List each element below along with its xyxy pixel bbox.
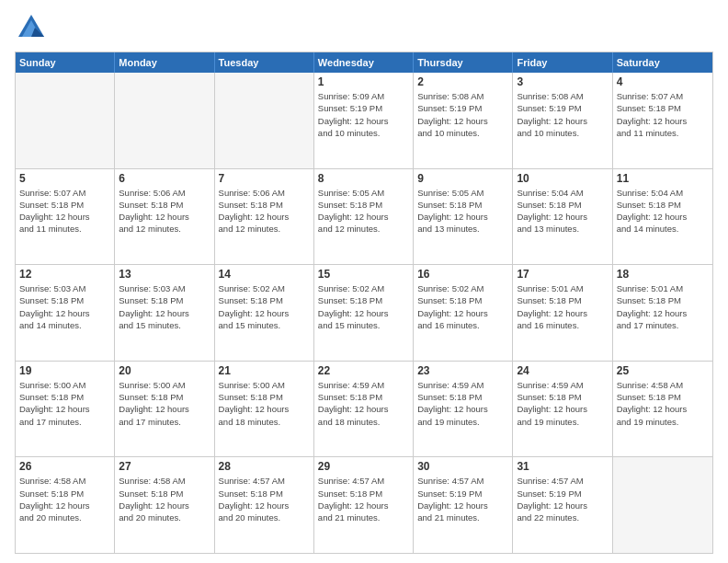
day-info: Sunrise: 4:58 AM Sunset: 5:18 PM Dayligh… (617, 379, 709, 428)
calendar-cell: 6Sunrise: 5:06 AM Sunset: 5:18 PM Daylig… (115, 169, 214, 265)
calendar-cell: 1Sunrise: 5:09 AM Sunset: 5:19 PM Daylig… (314, 73, 414, 168)
calendar-cell: 22Sunrise: 4:59 AM Sunset: 5:18 PM Dayli… (314, 362, 414, 457)
day-number: 27 (119, 460, 210, 473)
calendar-cell (16, 73, 115, 168)
day-info: Sunrise: 5:00 AM Sunset: 5:18 PM Dayligh… (19, 379, 110, 428)
calendar-cell (215, 73, 314, 168)
calendar-header-cell: Friday (513, 52, 612, 73)
day-number: 25 (617, 364, 709, 377)
calendar-cell: 26Sunrise: 4:58 AM Sunset: 5:18 PM Dayli… (16, 457, 115, 553)
day-info: Sunrise: 5:04 AM Sunset: 5:18 PM Dayligh… (617, 187, 709, 236)
day-number: 16 (417, 268, 508, 281)
calendar-cell: 12Sunrise: 5:03 AM Sunset: 5:18 PM Dayli… (16, 265, 115, 361)
calendar-cell: 30Sunrise: 4:57 AM Sunset: 5:19 PM Dayli… (414, 457, 513, 553)
day-info: Sunrise: 4:57 AM Sunset: 5:18 PM Dayligh… (318, 475, 409, 523)
calendar-cell: 11Sunrise: 5:04 AM Sunset: 5:18 PM Dayli… (613, 169, 712, 265)
calendar-header-cell: Wednesday (314, 52, 414, 73)
day-number: 29 (318, 460, 409, 473)
day-info: Sunrise: 4:59 AM Sunset: 5:18 PM Dayligh… (417, 379, 508, 428)
calendar-header-cell: Thursday (414, 52, 513, 73)
day-info: Sunrise: 4:57 AM Sunset: 5:19 PM Dayligh… (417, 475, 508, 523)
calendar-cell: 5Sunrise: 5:07 AM Sunset: 5:18 PM Daylig… (16, 169, 115, 265)
calendar-cell: 31Sunrise: 4:57 AM Sunset: 5:19 PM Dayli… (513, 457, 612, 553)
calendar-cell: 25Sunrise: 4:58 AM Sunset: 5:18 PM Dayli… (613, 362, 712, 457)
day-info: Sunrise: 5:00 AM Sunset: 5:18 PM Dayligh… (119, 379, 210, 428)
calendar-cell: 24Sunrise: 4:59 AM Sunset: 5:18 PM Dayli… (513, 362, 612, 457)
calendar-cell: 27Sunrise: 4:58 AM Sunset: 5:18 PM Dayli… (115, 457, 214, 553)
logo (15, 11, 51, 44)
calendar-cell: 2Sunrise: 5:08 AM Sunset: 5:19 PM Daylig… (414, 73, 513, 168)
calendar-cell: 13Sunrise: 5:03 AM Sunset: 5:18 PM Dayli… (115, 265, 214, 361)
day-info: Sunrise: 5:09 AM Sunset: 5:19 PM Dayligh… (318, 90, 409, 139)
calendar-cell: 4Sunrise: 5:07 AM Sunset: 5:18 PM Daylig… (613, 73, 712, 168)
day-number: 8 (318, 172, 409, 185)
day-info: Sunrise: 5:06 AM Sunset: 5:18 PM Dayligh… (119, 187, 210, 236)
calendar-cell: 23Sunrise: 4:59 AM Sunset: 5:18 PM Dayli… (414, 362, 513, 457)
day-info: Sunrise: 5:03 AM Sunset: 5:18 PM Dayligh… (19, 282, 110, 331)
day-number: 11 (617, 172, 709, 185)
calendar-week: 12Sunrise: 5:03 AM Sunset: 5:18 PM Dayli… (16, 265, 712, 362)
day-number: 3 (517, 75, 608, 88)
day-info: Sunrise: 5:06 AM Sunset: 5:18 PM Dayligh… (219, 187, 310, 236)
day-number: 21 (219, 364, 310, 377)
calendar-cell: 9Sunrise: 5:05 AM Sunset: 5:18 PM Daylig… (414, 169, 513, 265)
day-info: Sunrise: 4:57 AM Sunset: 5:19 PM Dayligh… (517, 475, 608, 523)
day-info: Sunrise: 5:05 AM Sunset: 5:18 PM Dayligh… (417, 187, 508, 236)
day-number: 6 (119, 172, 210, 185)
day-number: 18 (617, 268, 709, 281)
calendar-cell: 29Sunrise: 4:57 AM Sunset: 5:18 PM Dayli… (314, 457, 414, 553)
day-info: Sunrise: 5:01 AM Sunset: 5:18 PM Dayligh… (517, 282, 608, 331)
calendar-body: 1Sunrise: 5:09 AM Sunset: 5:19 PM Daylig… (16, 73, 712, 553)
day-number: 10 (517, 172, 608, 185)
calendar-week: 1Sunrise: 5:09 AM Sunset: 5:19 PM Daylig… (16, 73, 712, 169)
calendar-cell: 8Sunrise: 5:05 AM Sunset: 5:18 PM Daylig… (314, 169, 414, 265)
day-number: 23 (417, 364, 508, 377)
calendar-cell: 17Sunrise: 5:01 AM Sunset: 5:18 PM Dayli… (513, 265, 612, 361)
day-info: Sunrise: 4:58 AM Sunset: 5:18 PM Dayligh… (119, 475, 210, 523)
calendar-cell: 16Sunrise: 5:02 AM Sunset: 5:18 PM Dayli… (414, 265, 513, 361)
day-number: 7 (219, 172, 310, 185)
day-number: 28 (219, 460, 310, 473)
calendar-week: 5Sunrise: 5:07 AM Sunset: 5:18 PM Daylig… (16, 169, 712, 266)
day-number: 12 (19, 268, 110, 281)
day-info: Sunrise: 5:02 AM Sunset: 5:18 PM Dayligh… (219, 282, 310, 331)
day-number: 30 (417, 460, 508, 473)
calendar-cell: 15Sunrise: 5:02 AM Sunset: 5:18 PM Dayli… (314, 265, 414, 361)
calendar-cell: 18Sunrise: 5:01 AM Sunset: 5:18 PM Dayli… (613, 265, 712, 361)
calendar-cell: 10Sunrise: 5:04 AM Sunset: 5:18 PM Dayli… (513, 169, 612, 265)
day-number: 4 (617, 75, 709, 88)
calendar-cell (613, 457, 712, 553)
day-number: 20 (119, 364, 210, 377)
calendar-cell: 3Sunrise: 5:08 AM Sunset: 5:19 PM Daylig… (513, 73, 612, 168)
day-number: 17 (517, 268, 608, 281)
day-info: Sunrise: 5:07 AM Sunset: 5:18 PM Dayligh… (19, 187, 110, 236)
day-number: 31 (517, 460, 608, 473)
calendar-header-cell: Monday (115, 52, 214, 73)
calendar-cell: 7Sunrise: 5:06 AM Sunset: 5:18 PM Daylig… (215, 169, 314, 265)
day-info: Sunrise: 5:05 AM Sunset: 5:18 PM Dayligh… (318, 187, 409, 236)
day-info: Sunrise: 5:03 AM Sunset: 5:18 PM Dayligh… (119, 282, 210, 331)
day-info: Sunrise: 5:08 AM Sunset: 5:19 PM Dayligh… (517, 90, 608, 139)
calendar-cell (115, 73, 214, 168)
day-info: Sunrise: 5:07 AM Sunset: 5:18 PM Dayligh… (617, 90, 709, 139)
day-number: 5 (19, 172, 110, 185)
day-number: 26 (19, 460, 110, 473)
calendar-header: SundayMondayTuesdayWednesdayThursdayFrid… (16, 52, 712, 73)
day-number: 1 (318, 75, 409, 88)
day-number: 15 (318, 268, 409, 281)
calendar-cell: 20Sunrise: 5:00 AM Sunset: 5:18 PM Dayli… (115, 362, 214, 457)
calendar-week: 19Sunrise: 5:00 AM Sunset: 5:18 PM Dayli… (16, 362, 712, 458)
calendar-header-cell: Tuesday (215, 52, 314, 73)
day-number: 13 (119, 268, 210, 281)
day-number: 24 (517, 364, 608, 377)
day-info: Sunrise: 5:02 AM Sunset: 5:18 PM Dayligh… (417, 282, 508, 331)
day-number: 9 (417, 172, 508, 185)
page: SundayMondayTuesdayWednesdayThursdayFrid… (0, 0, 728, 563)
day-info: Sunrise: 5:04 AM Sunset: 5:18 PM Dayligh… (517, 187, 608, 236)
day-number: 22 (318, 364, 409, 377)
calendar-cell: 21Sunrise: 5:00 AM Sunset: 5:18 PM Dayli… (215, 362, 314, 457)
header (15, 11, 713, 44)
calendar: SundayMondayTuesdayWednesdayThursdayFrid… (15, 52, 713, 554)
calendar-header-cell: Sunday (16, 52, 115, 73)
calendar-cell: 28Sunrise: 4:57 AM Sunset: 5:18 PM Dayli… (215, 457, 314, 553)
